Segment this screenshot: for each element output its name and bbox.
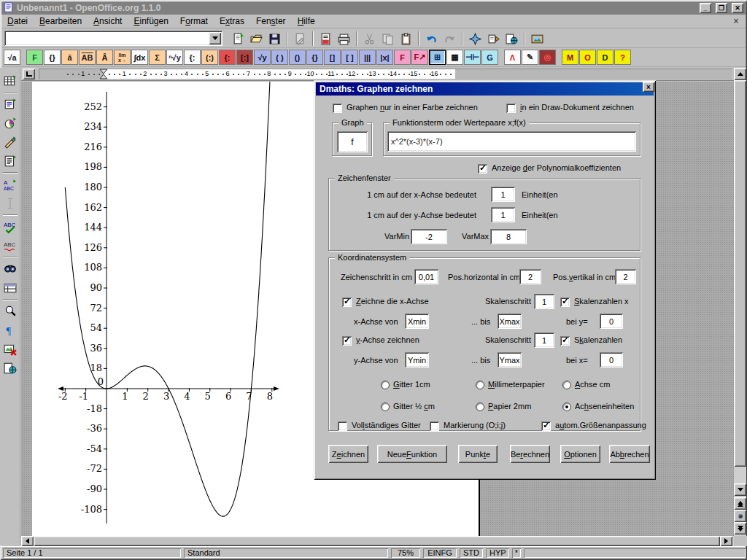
menu-ansicht[interactable]: Ansicht — [88, 15, 128, 28]
limit-icon[interactable]: lim x→ — [114, 50, 131, 65]
segment-overline-icon[interactable]: AB — [79, 50, 96, 65]
scroll-up-button[interactable] — [734, 68, 746, 80]
data-sources-icon[interactable] — [1, 279, 19, 297]
draw-y-axis-checkbox[interactable] — [342, 336, 352, 346]
graphics-on-off-icon[interactable] — [1, 341, 19, 358]
navigator-icon[interactable] — [466, 30, 484, 47]
absolute-value-icon[interactable]: |x| — [376, 50, 393, 65]
y-unit-field[interactable]: 1 — [491, 207, 515, 222]
parallel-bars-icon[interactable]: ||| — [359, 50, 376, 65]
dmaths-help-icon[interactable]: ? — [614, 50, 631, 65]
mm-paper-radio[interactable] — [476, 381, 484, 389]
menu-format[interactable]: Format — [174, 15, 214, 28]
export-pdf-icon[interactable] — [317, 30, 335, 47]
marking-checkbox[interactable] — [430, 421, 439, 431]
berechnen-button[interactable]: Berechnen — [510, 445, 550, 463]
paper-2mm-radio[interactable] — [476, 402, 484, 411]
status-insert-mode[interactable]: EINFG — [423, 548, 457, 558]
optionen-button[interactable]: Optionen — [560, 445, 600, 463]
function-f-icon[interactable]: F — [26, 50, 43, 65]
menu-bearbeiten[interactable]: Bearbeiten — [34, 15, 88, 28]
one-color-checkbox[interactable] — [333, 104, 342, 113]
varmin-field[interactable]: -2 — [411, 229, 447, 244]
tab-type-button[interactable] — [23, 69, 35, 79]
function-term-input[interactable]: x^2*(x-3)*(x-7) — [387, 131, 636, 152]
save-icon[interactable] — [266, 30, 284, 47]
auto-size-checkbox[interactable] — [541, 421, 551, 431]
target-icon[interactable]: ◎ — [539, 50, 556, 65]
insert-object-icon[interactable] — [1, 114, 19, 132]
step-field[interactable]: 0,01 — [414, 269, 438, 284]
next-page-button[interactable] — [734, 522, 746, 534]
set-braces-icon[interactable]: {} — [44, 50, 61, 65]
find-replace-icon[interactable] — [1, 260, 19, 278]
brackets-icon[interactable]: [ ] — [341, 50, 358, 65]
hscroll-thumb[interactable] — [34, 536, 720, 546]
dialog-close-button[interactable]: × — [643, 82, 654, 92]
draw-functions-icon[interactable] — [1, 133, 19, 151]
compass-icon[interactable]: Λ — [504, 50, 521, 65]
prev-page-button[interactable] — [734, 497, 746, 510]
interval-round-icon[interactable]: (:) — [201, 50, 218, 65]
interval-left-icon[interactable]: {: — [184, 50, 201, 65]
autotext-icon[interactable]: AABC — [1, 176, 19, 193]
dmaths-m-icon[interactable]: M — [562, 50, 578, 65]
zeichnen-button[interactable]: Zeichnen — [328, 445, 368, 463]
stylist-icon[interactable] — [484, 30, 503, 47]
braces-blue-icon[interactable]: {} — [306, 50, 323, 65]
close-document-icon[interactable]: × — [731, 16, 741, 26]
scale-numbers-x-checkbox[interactable] — [560, 298, 570, 307]
insert-section-icon[interactable] — [1, 96, 19, 113]
function-arrow-icon[interactable]: F↗ — [411, 50, 428, 65]
draw-doc-checkbox[interactable] — [506, 104, 516, 113]
status-zoom[interactable]: 75% — [391, 548, 420, 558]
menu-hilfe[interactable]: Hilfe — [292, 15, 321, 28]
url-combobox[interactable] — [4, 31, 222, 46]
grid-half-cm-radio[interactable] — [381, 402, 390, 411]
pencil-icon[interactable]: ✎ — [522, 50, 538, 65]
polynomial-coefficients-checkbox[interactable] — [478, 164, 487, 174]
menu-einfgen[interactable]: Einfügen — [128, 15, 174, 28]
grid-icon[interactable]: ▦ — [446, 50, 463, 65]
function-pink-icon[interactable]: F — [394, 50, 411, 65]
scale-step-y-field[interactable]: 1 — [534, 332, 554, 348]
sum-icon[interactable]: Σ — [149, 50, 166, 65]
status-selection-mode[interactable]: STD — [460, 548, 483, 558]
neue-funktion-button[interactable]: Neue Funktion — [377, 445, 447, 463]
dialog-titlebar[interactable]: Dmaths: Graphen zeichnen — [316, 82, 654, 96]
integral-icon[interactable]: ∫dx — [131, 50, 148, 65]
full-grid-checkbox[interactable] — [338, 421, 347, 431]
geometry-g-icon[interactable]: G — [481, 50, 498, 65]
status-page[interactable]: Seite 1 / 1 — [3, 548, 181, 558]
dmaths-o-icon[interactable]: O — [579, 50, 596, 65]
scroll-right-button[interactable] — [720, 536, 732, 546]
form-icon[interactable] — [1, 152, 19, 170]
parens-small-icon[interactable]: ( ) — [271, 50, 288, 65]
graph-name-field[interactable]: f — [337, 131, 368, 152]
x-to-field[interactable]: Xmax — [498, 314, 522, 329]
menu-datei[interactable]: Datei — [1, 15, 34, 28]
varmax-field[interactable]: 8 — [490, 229, 527, 244]
grid-1cm-radio[interactable] — [381, 381, 390, 389]
online-layout-icon[interactable] — [1, 359, 19, 377]
interval-red-dots-icon[interactable]: [:] — [236, 50, 253, 65]
interval-red-icon[interactable]: {: — [219, 50, 236, 65]
root-blue-icon[interactable]: √y — [254, 50, 271, 65]
scroll-left-button[interactable] — [21, 536, 34, 546]
close-button[interactable]: ✕ — [732, 3, 743, 13]
draw-x-axis-checkbox[interactable] — [342, 298, 352, 307]
nonprinting-characters-icon[interactable]: ¶ — [1, 322, 19, 339]
dmaths-d-icon[interactable]: D — [597, 50, 614, 65]
navigation-button[interactable] — [734, 510, 746, 522]
x-unit-field[interactable]: 1 — [491, 187, 515, 202]
paste-icon[interactable] — [397, 30, 415, 47]
gallery-icon[interactable] — [528, 30, 546, 47]
y-from-field[interactable]: Ymin — [405, 352, 429, 368]
status-page-style[interactable]: Standard — [184, 548, 388, 558]
auto-spellcheck-icon[interactable]: ABC — [1, 237, 19, 254]
hyperlink-dialog-icon[interactable] — [503, 30, 521, 47]
abbrechen-button[interactable]: Abbrechen — [609, 445, 650, 463]
scale-numbers-y-checkbox[interactable] — [560, 336, 570, 346]
print-icon[interactable] — [335, 30, 353, 47]
brackets-small-icon[interactable]: [] — [324, 50, 341, 65]
